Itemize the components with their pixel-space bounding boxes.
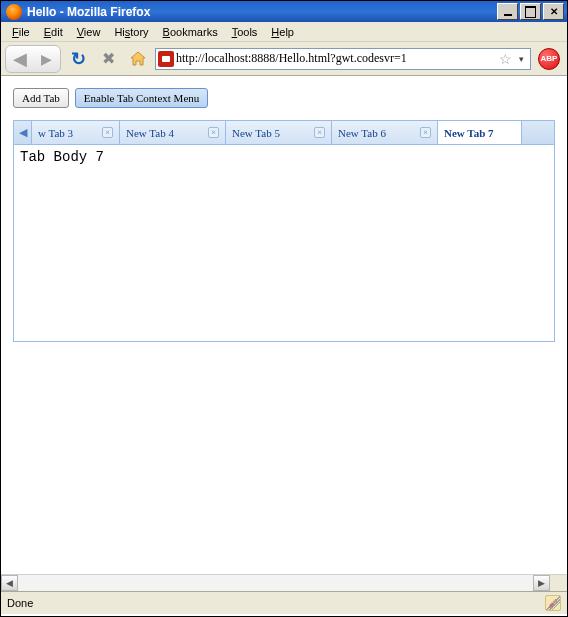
tab-label: New Tab 6 [338,127,386,139]
maximize-button[interactable] [520,3,541,20]
tab-item-7[interactable]: New Tab 7 [438,121,522,145]
enable-context-menu-button[interactable]: Enable Tab Context Menu [75,88,208,108]
browser-viewport: Add Tab Enable Tab Context Menu ◀ w Tab … [1,76,567,592]
menu-history[interactable]: History [107,24,155,40]
menu-help[interactable]: Help [264,24,301,40]
window-title: Hello - Mozilla Firefox [27,5,495,19]
tab-label: New Tab 4 [126,127,174,139]
home-button[interactable] [128,49,148,69]
back-button[interactable]: ◀ [7,47,33,71]
tab-close-icon[interactable]: × [102,127,113,138]
tab-close-icon[interactable]: × [208,127,219,138]
menu-bar: File Edit View History Bookmarks Tools H… [1,22,567,42]
tab-item-6[interactable]: New Tab 6 × [332,121,438,144]
scroll-right-button[interactable]: ▶ [533,575,550,591]
home-icon [129,50,147,68]
tab-panel: ◀ w Tab 3 × New Tab 4 × New Tab 5 × New … [13,120,555,342]
tab-close-icon[interactable]: × [314,127,325,138]
window-controls [495,3,564,20]
firebug-icon[interactable] [545,595,561,611]
navigation-toolbar: ◀ ▶ ↻ ✖ ☆ ▾ ABP [1,42,567,76]
tab-item-5[interactable]: New Tab 5 × [226,121,332,144]
nav-back-forward-group: ◀ ▶ [5,45,61,73]
adblock-plus-button[interactable]: ABP [538,48,560,70]
menu-edit[interactable]: Edit [37,24,70,40]
menu-tools[interactable]: Tools [225,24,265,40]
tab-label: New Tab 5 [232,127,280,139]
url-dropdown-icon[interactable]: ▾ [514,54,528,64]
status-text: Done [7,597,545,609]
page-content: Add Tab Enable Tab Context Menu ◀ w Tab … [1,76,567,354]
close-window-button[interactable] [543,3,564,20]
tab-scroll-left-button[interactable]: ◀ [14,121,32,144]
menu-view[interactable]: View [70,24,108,40]
scroll-corner [550,575,567,591]
firefox-icon [6,4,22,20]
reload-button[interactable]: ↻ [68,49,88,69]
stop-button[interactable]: ✖ [98,49,118,69]
tab-label: w Tab 3 [38,127,73,139]
tab-item-3[interactable]: w Tab 3 × [32,121,120,144]
tab-close-icon[interactable]: × [420,127,431,138]
menu-bookmarks[interactable]: Bookmarks [156,24,225,40]
scroll-left-button[interactable]: ◀ [1,575,18,591]
button-row: Add Tab Enable Tab Context Menu [13,88,555,108]
add-tab-button[interactable]: Add Tab [13,88,69,108]
url-bar[interactable]: ☆ ▾ [155,48,531,70]
window-titlebar: Hello - Mozilla Firefox [1,1,567,22]
minimize-button[interactable] [497,3,518,20]
bookmark-star-icon[interactable]: ☆ [499,51,512,67]
url-input[interactable] [174,51,497,66]
horizontal-scrollbar[interactable]: ◀ ▶ [1,574,567,591]
tab-body: Tab Body 7 [14,145,554,341]
tab-label: New Tab 7 [444,127,494,139]
status-bar: Done [1,592,567,614]
site-identity-icon[interactable] [158,51,174,67]
menu-file[interactable]: File [5,24,37,40]
tab-body-text: Tab Body 7 [20,149,104,165]
scroll-track[interactable] [18,575,533,591]
tab-item-4[interactable]: New Tab 4 × [120,121,226,144]
tab-strip: ◀ w Tab 3 × New Tab 4 × New Tab 5 × New … [14,121,554,145]
forward-button[interactable]: ▶ [33,47,59,71]
